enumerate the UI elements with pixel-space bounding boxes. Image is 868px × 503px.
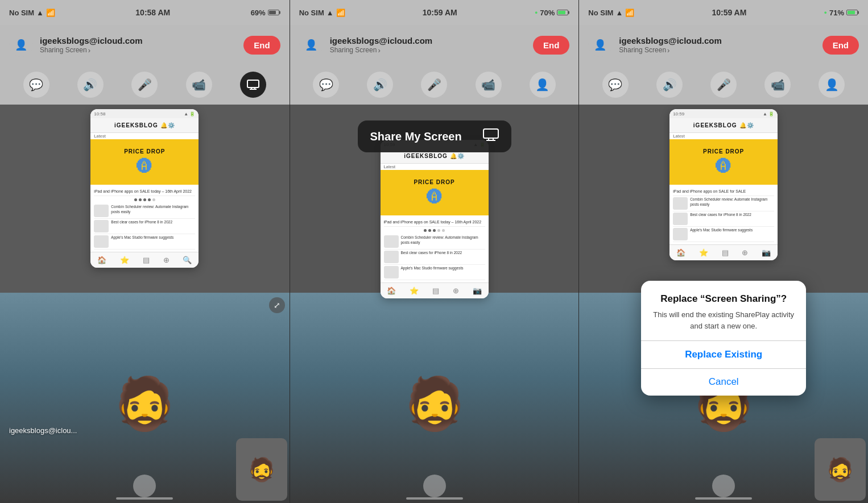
no-sim-label-2: No SIM <box>299 9 324 17</box>
nav-add-2[interactable]: ⊕ <box>453 286 459 295</box>
website-icons-1: 🔔⚙️ <box>160 122 175 128</box>
dot-2-5 <box>442 229 445 232</box>
nav-star-2[interactable]: ⭐ <box>410 286 419 295</box>
banner-text-2: PRICE DROP <box>414 179 454 185</box>
thumb-3-3 <box>673 213 688 225</box>
article-1-1: iPad and iPhone apps on SALE today – 16t… <box>94 187 195 196</box>
facetime-button-3[interactable] <box>712 475 735 497</box>
nav-menu-1[interactable]: ⊕ <box>163 256 170 264</box>
people-btn-3[interactable]: 👤 <box>819 72 845 98</box>
status-bar-right-2: ● 70% <box>535 9 569 17</box>
speaker-btn-2[interactable]: 🔊 <box>367 72 393 98</box>
battery-fill-1 <box>269 11 276 14</box>
nav-grid-3[interactable]: ▤ <box>722 248 729 257</box>
phone-panel-1: No SIM ▲ 📶 10:58 AM 69% 👤 igeeksblogs@ic… <box>0 0 290 503</box>
banner-text-1: PRICE DROP <box>124 148 165 155</box>
battery-percent-1: 69% <box>251 9 266 17</box>
article-2-2: Combín Scheduler review: Automate Instag… <box>401 235 485 245</box>
video-btn-2[interactable]: 📹 <box>476 72 502 98</box>
nav-home-3[interactable]: 🏠 <box>676 248 685 257</box>
dot-2 <box>139 198 142 201</box>
website-status-bar-1: 10:58 ▲ 🔋 <box>90 109 199 118</box>
article-3-2: Best clear cases for iPhone 8 in 2022 <box>401 251 462 255</box>
time-2: 10:59 AM <box>423 8 457 17</box>
face-cam-2: 🧔 <box>290 293 579 503</box>
signal-icon-3: ▲ <box>615 9 623 17</box>
mic-btn-3[interactable]: 🎤 <box>710 72 737 98</box>
phone-panel-2: No SIM ▲ 📶 10:59 AM ● 70% 👤 igeeksblogs@… <box>290 0 579 503</box>
article-3-1: Best clear cases for iPhone 8 in 2022 <box>111 220 172 225</box>
article-2-1: Combín Scheduler review: Automate Instag… <box>111 205 195 214</box>
share-screen-btn-1[interactable] <box>240 72 266 98</box>
website-list-3: iPad and iPhone apps on SALE for SALE Co… <box>669 185 778 244</box>
website-preview-1: 10:58 ▲ 🔋 iGEEKSBLOG 🔔⚙️ Latest PRICE DR… <box>90 109 199 268</box>
chat-btn-3[interactable]: 💬 <box>602 72 629 98</box>
website-status-icons-1: ▲ 🔋 <box>184 111 195 117</box>
signal-icon-1: ▲ <box>36 9 44 17</box>
small-preview-1: 🧔 <box>236 438 287 501</box>
chat-btn-2[interactable]: 💬 <box>313 72 339 98</box>
mic-btn-2[interactable]: 🎤 <box>421 72 447 98</box>
nav-bookmark-1[interactable]: ▤ <box>143 256 150 264</box>
website-logo-3: iGEEKSBLOG <box>693 122 737 128</box>
resize-handle-1[interactable]: ⤢ <box>269 297 285 313</box>
end-button-1[interactable]: End <box>243 36 280 55</box>
website-header-1: iGEEKSBLOG 🔔⚙️ <box>90 118 199 133</box>
speaker-btn-1[interactable]: 🔊 <box>77 72 104 98</box>
video-btn-1[interactable]: 📹 <box>186 72 212 98</box>
dialog-message: This will end the existing SharePlay act… <box>652 309 795 331</box>
no-sim-label-3: No SIM <box>588 9 613 17</box>
article-item-3-2: Best clear cases for iPhone 8 in 2022 <box>384 250 485 265</box>
article-4-1: Apple's Mac Studio firmware suggests <box>111 235 173 240</box>
end-button-3[interactable]: End <box>822 36 859 55</box>
speaker-btn-3[interactable]: 🔊 <box>656 72 683 98</box>
website-header-3: iGEEKSBLOG 🔔⚙️ <box>669 118 778 133</box>
chat-btn-1[interactable]: 💬 <box>23 72 49 98</box>
nav-star-3[interactable]: ⭐ <box>699 248 708 257</box>
nav-home-2[interactable]: 🏠 <box>387 286 396 295</box>
nav-camera-2[interactable]: 📷 <box>473 286 482 295</box>
share-my-screen-popup[interactable]: Share My Screen <box>358 120 511 152</box>
dialog-title: Replace “Screen Sharing”? <box>652 293 795 305</box>
dot-5 <box>152 198 155 201</box>
facetime-button-2[interactable] <box>423 475 446 497</box>
dot-2-3 <box>433 229 436 232</box>
article-item-4-3: Apple's Mac Studio firmware suggests <box>673 227 774 242</box>
status-bar-3: No SIM ▲ 📶 10:59 AM ● 71% <box>579 0 868 25</box>
website-nav-2: 🏠 ⭐ ▤ ⊕ 📷 <box>381 282 489 298</box>
dot-2-1 <box>424 229 427 232</box>
cancel-button[interactable]: Cancel <box>641 368 806 396</box>
thumb-4-1 <box>94 235 109 248</box>
battery-fill-3 <box>848 11 855 14</box>
facetime-button-1[interactable] <box>133 475 156 497</box>
nav-camera-3[interactable]: 📷 <box>762 248 771 257</box>
article-3-3: Best clear cases for iPhone 8 in 2022 <box>690 213 751 217</box>
website-banner-3: PRICE DROP 🅐 <box>669 139 778 185</box>
end-button-2[interactable]: End <box>533 36 569 55</box>
nav-camera-1[interactable]: 🔍 <box>183 256 192 264</box>
avatar-3: 👤 <box>588 33 612 57</box>
nav-search-1[interactable]: ⭐ <box>120 256 129 264</box>
latest-label-3: Latest <box>669 133 778 139</box>
article-item-2-2: Combín Scheduler review: Automate Instag… <box>384 234 485 250</box>
share-popup-text: Share My Screen <box>370 130 462 143</box>
nav-grid-2[interactable]: ▤ <box>432 286 439 295</box>
face-emoji-1: 🧔 <box>113 374 176 434</box>
nav-add-3[interactable]: ⊕ <box>742 248 748 257</box>
app-icon-2: 🅐 <box>427 188 443 206</box>
facetime-email-1: igeeksblogs@icloud.com <box>40 36 237 45</box>
video-btn-3[interactable]: 📹 <box>764 72 791 98</box>
people-btn-2[interactable]: 👤 <box>530 72 556 98</box>
control-bar-3: 💬 🔊 🎤 📹 👤 <box>579 65 868 105</box>
article-item-2-3: Combín Scheduler review: Automate Instag… <box>673 196 774 211</box>
battery-percent-2: 70% <box>540 9 555 17</box>
rating-dots-1 <box>94 196 195 203</box>
avatar-2: 👤 <box>299 33 323 57</box>
nav-home-1[interactable]: 🏠 <box>97 256 106 264</box>
replace-existing-button[interactable]: Replace Existing <box>641 341 806 368</box>
small-preview-3: 🧔 <box>815 438 866 501</box>
username-label-1: igeeksblogs@iclou... <box>9 426 77 435</box>
article-4-3: Apple's Mac Studio firmware suggests <box>690 228 753 232</box>
article-1-3: iPad and iPhone apps on SALE for SALE <box>673 187 774 196</box>
mic-btn-1[interactable]: 🎤 <box>131 72 158 98</box>
